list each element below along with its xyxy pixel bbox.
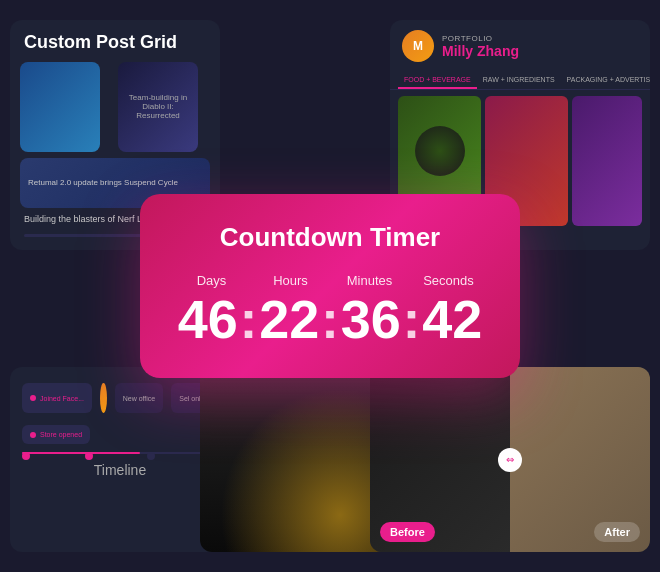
before-after-inner: Before After ⇔ [370,367,650,552]
tl-item-office: New office [115,383,164,413]
timeline-dots [22,452,218,460]
timeline-progress-bar [22,452,218,454]
timeline-items: Joined Face... New office Sel online [22,383,218,413]
portfolio-tabs: FOOD + BEVERAGE RAW + INGREDIENTS PACKAG… [390,72,650,90]
scene: Custom Post Grid Team-building in Diablo… [0,0,660,572]
tl-progress-dot-3 [147,452,155,460]
tl-item-joined: Joined Face... [22,383,92,413]
before-label: Before [380,522,435,542]
tl-dot-joined [30,395,36,401]
post-grid-title: Custom Post Grid [10,20,220,62]
ba-divider[interactable]: ⇔ [498,367,522,552]
label-days: Days [177,273,247,288]
portfolio-label: PORTFOLIO [442,34,519,43]
tab-raw-ingredients[interactable]: RAW + INGREDIENTS [477,72,561,89]
value-days: 46 [172,292,244,346]
portfolio-name: Milly Zhang [442,43,519,59]
portfolio-info: PORTFOLIO Milly Zhang [442,34,519,59]
tl-item-store: Store opened [22,425,90,444]
before-after-card: Before After ⇔ [370,367,650,552]
value-seconds: 42 [417,292,489,346]
countdown-title: Countdown Timer [172,222,488,253]
ba-handle[interactable]: ⇔ [498,448,522,472]
countdown-values: 46 : 22 : 36 : 42 [172,292,488,346]
tab-packaging[interactable]: PACKAGING + ADVERTISING [561,72,650,89]
portfolio-avatar: M [402,30,434,62]
thumb-game: Team-building in Diablo II: Resurrected [118,62,198,152]
portfolio-header: M PORTFOLIO Milly Zhang [390,20,650,72]
tl-label-store: Store opened [40,431,82,438]
after-side: After [510,367,650,552]
timeline-label: Timeline [22,462,218,478]
tab-food-beverage[interactable]: FOOD + BEVERAGE [398,72,477,89]
after-label: After [594,522,640,542]
countdown-labels: Days Hours Minutes Seconds [172,273,488,288]
before-side: Before [370,367,510,552]
label-minutes: Minutes [335,273,405,288]
tl-dot-store [30,432,36,438]
tl-progress-dot-2 [85,452,93,460]
tl-label-office: New office [123,395,156,402]
thumb-caption-3: Retumal 2.0 update brings Suspend Cycle [28,178,178,187]
tl-label-joined: Joined Face... [40,395,84,402]
value-hours: 22 [254,292,326,346]
portfolio-image-3 [572,96,642,226]
label-hours: Hours [256,273,326,288]
value-minutes: 36 [335,292,407,346]
thumb-caption-2: Team-building in Diablo II: Resurrected [118,89,198,124]
timeline-card: Joined Face... New office Sel online Sto… [10,367,230,552]
tl-avatar [100,383,107,413]
countdown-card: Countdown Timer Days Hours Minutes Secon… [140,194,520,378]
tl-progress-dot-1 [22,452,30,460]
label-seconds: Seconds [414,273,484,288]
thumb-robot [20,62,100,152]
